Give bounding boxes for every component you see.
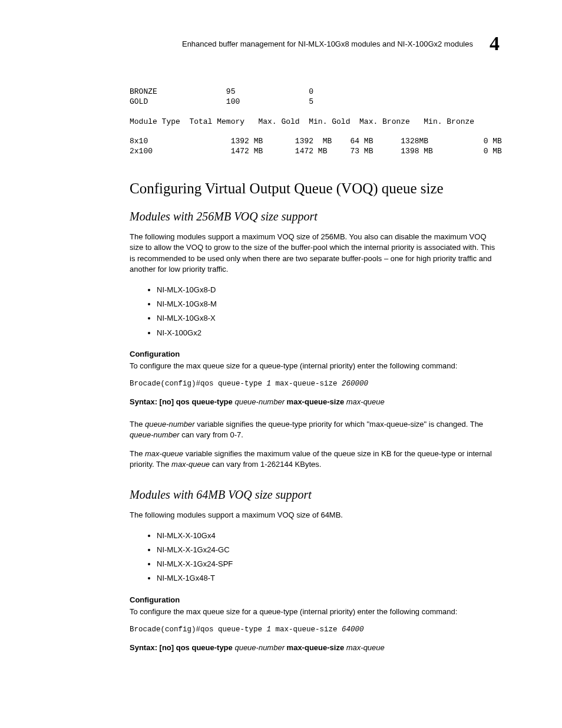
module-list: NI-MLX-X-10Gx4 NI-MLX-X-1Gx24-GC NI-MLX-… bbox=[130, 529, 500, 586]
table-header-row: Module Type Total Memory Max. Gold Min. … bbox=[130, 117, 474, 126]
cmd-text: max-queue-size bbox=[271, 380, 342, 388]
syntax-variable: max-queue bbox=[346, 643, 385, 652]
table-row: 2x100 1472 MB 1472 MB 73 MB 1398 MB 0 MB bbox=[130, 147, 502, 156]
syntax-variable: queue-number bbox=[234, 397, 285, 406]
command-example: Brocade(config)#qos queue-type 1 max-que… bbox=[130, 625, 500, 634]
syntax-keyword: [no] qos queue-type bbox=[160, 397, 235, 406]
syntax-line: Syntax: [no] qos queue-type queue-number… bbox=[130, 643, 500, 652]
paragraph: The following modules support a maximum … bbox=[130, 232, 500, 275]
syntax-keyword: [no] qos queue-type bbox=[160, 643, 235, 652]
cmd-arg: 260000 bbox=[342, 380, 368, 388]
cmd-arg: 1 bbox=[267, 380, 272, 388]
subsection-title: Modules with 256MB VOQ size support bbox=[130, 210, 500, 223]
section-title: Configuring Virtual Output Queue (VOQ) q… bbox=[130, 180, 500, 197]
list-item: NI-MLX-10Gx8-D bbox=[157, 283, 500, 297]
header-title: Enhanced buffer management for NI-MLX-10… bbox=[182, 39, 473, 48]
text: can vary from 1-262144 KBytes. bbox=[210, 460, 321, 469]
syntax-keyword: max-queue-size bbox=[285, 397, 346, 406]
variable-name: max-queue bbox=[145, 449, 183, 458]
page-content: Enhanced buffer management for NI-MLX-10… bbox=[0, 0, 562, 705]
list-item: NI-MLX-X-10Gx4 bbox=[157, 529, 500, 543]
paragraph: The following modules support a maximum … bbox=[130, 510, 500, 521]
subsection-256mb: Modules with 256MB VOQ size support The … bbox=[130, 210, 500, 470]
configuration-heading: Configuration bbox=[130, 595, 500, 604]
table-row: BRONZE 95 0 bbox=[130, 87, 313, 96]
syntax-variable: max-queue bbox=[346, 397, 385, 406]
table-row: GOLD 100 5 bbox=[130, 97, 313, 106]
subsection-title: Modules with 64MB VOQ size support bbox=[130, 488, 500, 502]
cmd-arg: 64000 bbox=[342, 625, 364, 634]
page-header: Enhanced buffer management for NI-MLX-10… bbox=[130, 32, 500, 55]
text: can vary from 0-7. bbox=[180, 430, 243, 439]
cmd-text: max-queue-size bbox=[271, 625, 342, 634]
cmd-text: Brocade(config)#qos queue-type bbox=[130, 625, 267, 634]
syntax-label: Syntax: bbox=[130, 397, 160, 406]
list-item: NI-MLX-X-1Gx24-SPF bbox=[157, 557, 500, 571]
text: The bbox=[130, 420, 145, 429]
subsection-64mb: Modules with 64MB VOQ size support The f… bbox=[130, 488, 500, 652]
variable-name: queue-number bbox=[145, 420, 195, 429]
text: variable signifies the queue-type priori… bbox=[195, 420, 484, 429]
list-item: NI-MLX-10Gx8-X bbox=[157, 311, 500, 325]
variable-name: max-queue bbox=[171, 460, 210, 469]
syntax-line: Syntax: [no] qos queue-type queue-number… bbox=[130, 397, 500, 406]
table-row: 8x10 1392 MB 1392 MB 64 MB 1328MB 0 MB bbox=[130, 137, 502, 146]
paragraph: The max-queue variable signifies the max… bbox=[130, 449, 500, 470]
cmd-arg: 1 bbox=[267, 625, 272, 634]
module-list: NI-MLX-10Gx8-D NI-MLX-10Gx8-M NI-MLX-10G… bbox=[130, 283, 500, 340]
paragraph: To configure the max queue size for a qu… bbox=[130, 361, 500, 371]
command-example: Brocade(config)#qos queue-type 1 max-que… bbox=[130, 380, 500, 388]
paragraph: To configure the max queue size for a qu… bbox=[130, 607, 500, 617]
syntax-label: Syntax: bbox=[130, 643, 160, 652]
cmd-text: Brocade(config)#qos queue-type bbox=[130, 380, 267, 388]
variable-name: queue-number bbox=[130, 430, 180, 439]
configuration-heading: Configuration bbox=[130, 350, 500, 358]
chapter-number: 4 bbox=[490, 32, 500, 55]
list-item: NI-X-100Gx2 bbox=[157, 326, 500, 340]
list-item: NI-MLX-10Gx8-M bbox=[157, 297, 500, 311]
list-item: NI-MLX-X-1Gx24-GC bbox=[157, 543, 500, 557]
syntax-keyword: max-queue-size bbox=[285, 643, 346, 652]
text: The bbox=[130, 449, 145, 458]
syntax-variable: queue-number bbox=[234, 643, 285, 652]
list-item: NI-MLX-1Gx48-T bbox=[157, 571, 500, 585]
memory-table: BRONZE 95 0 GOLD 100 5 Module Type Total… bbox=[130, 87, 500, 157]
paragraph: The queue-number variable signifies the … bbox=[130, 419, 500, 440]
